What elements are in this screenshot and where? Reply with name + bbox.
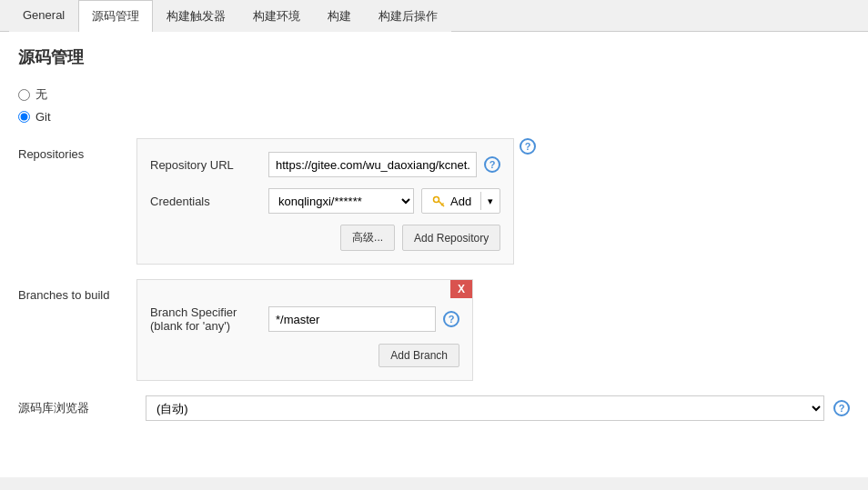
branches-section: Branches to build X Branch Specifier (bl…: [18, 279, 850, 381]
page-title: 源码管理: [18, 46, 850, 68]
repositories-inner: Repository URL ? Credentials: [136, 138, 514, 265]
source-browser-label: 源码库浏览器: [18, 400, 136, 416]
remove-branch-button[interactable]: X: [450, 280, 472, 298]
radio-git-label: Git: [35, 110, 51, 124]
branches-inner: X Branch Specifier (blank for 'any') ?: [136, 279, 473, 381]
add-credentials-button[interactable]: Add: [422, 189, 480, 213]
branch-specifier-row: Branch Specifier (blank for 'any') ?: [150, 305, 459, 333]
credentials-controls: konqlingxi/******: [268, 188, 500, 214]
add-branch-button[interactable]: Add Branch: [378, 344, 459, 367]
add-dropdown-arrow[interactable]: ▾: [481, 189, 500, 213]
repositories-action-buttons: 高级... Add Repository: [150, 225, 500, 251]
radio-git-option: Git: [18, 110, 850, 124]
repo-url-row: Repository URL ?: [150, 152, 500, 177]
branch-specifier-label: Branch Specifier (blank for 'any'): [150, 305, 268, 333]
radio-none[interactable]: [18, 89, 30, 101]
repo-url-label: Repository URL: [150, 158, 268, 172]
tab-build[interactable]: 构建: [314, 0, 365, 32]
branches-content: X Branch Specifier (blank for 'any') ?: [136, 279, 473, 381]
repositories-label: Repositories: [18, 138, 136, 265]
branches-with-help: X Branch Specifier (blank for 'any') ?: [136, 279, 500, 381]
tab-post-build[interactable]: 构建后操作: [365, 0, 451, 32]
page-content: 源码管理 无 Git Repositories Repository URL: [0, 32, 868, 477]
branches-label: Branches to build: [18, 279, 136, 381]
branch-specifier-help-icon[interactable]: ?: [443, 311, 459, 327]
chevron-down-icon: ▾: [488, 195, 493, 207]
svg-line-2: [441, 205, 442, 205]
repositories-content: Repository URL ? Credentials: [136, 138, 514, 265]
source-browser-select[interactable]: (自动): [146, 395, 824, 421]
add-repository-button[interactable]: Add Repository: [402, 225, 500, 251]
radio-git[interactable]: [18, 111, 30, 123]
tab-source[interactable]: 源码管理: [78, 0, 153, 32]
source-browser-help-icon[interactable]: ?: [833, 400, 850, 416]
tab-general[interactable]: General: [9, 0, 78, 32]
advanced-button[interactable]: 高级...: [340, 225, 395, 251]
add-credentials-group: Add ▾: [421, 188, 500, 214]
radio-none-label: 无: [35, 86, 47, 103]
repositories-section: Repositories Repository URL ?: [18, 138, 850, 265]
credentials-row: Credentials konqlingxi/******: [150, 188, 500, 214]
credentials-select[interactable]: konqlingxi/******: [268, 188, 414, 214]
repositories-help-icon[interactable]: ?: [520, 138, 536, 155]
radio-none-option: 无: [18, 86, 850, 103]
repo-url-input-wrapper: [268, 152, 477, 177]
key-icon: [431, 194, 446, 208]
add-button-label: Add: [450, 195, 471, 208]
repositories-with-help: Repository URL ? Credentials: [136, 138, 536, 265]
tab-environment[interactable]: 构建环境: [239, 0, 314, 32]
branch-specifier-input[interactable]: [268, 306, 436, 332]
source-browser-row: 源码库浏览器 (自动) ?: [18, 395, 850, 421]
tab-triggers[interactable]: 构建触发器: [153, 0, 239, 32]
radio-group: 无 Git: [18, 86, 850, 124]
repo-url-input[interactable]: [268, 152, 477, 177]
svg-line-3: [443, 204, 444, 205]
credentials-label: Credentials: [150, 195, 268, 208]
branch-specifier-input-wrapper: [268, 306, 436, 332]
branches-action-buttons: Add Branch: [150, 344, 459, 367]
tab-bar: General 源码管理 构建触发器 构建环境 构建 构建后操作: [0, 0, 868, 32]
repo-url-help-icon[interactable]: ?: [484, 156, 500, 173]
